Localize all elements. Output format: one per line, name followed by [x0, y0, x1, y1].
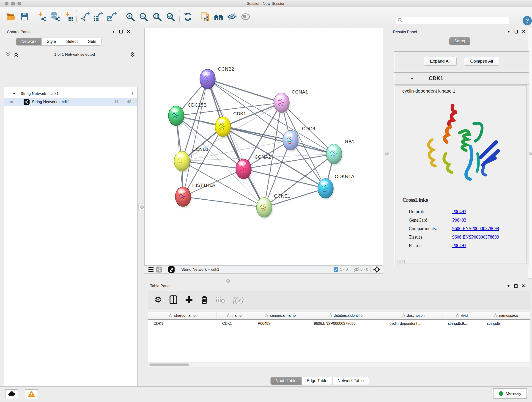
crosslink-link[interactable]: P06493 [452, 243, 466, 248]
cell-canonical-name[interactable]: P06493 [252, 322, 308, 326]
crosslink-link[interactable]: 9606.ENSP00000378699 [452, 235, 499, 240]
export-network-button[interactable] [80, 12, 91, 22]
tab-style[interactable]: Style [42, 38, 61, 45]
share-view-icon[interactable] [155, 266, 163, 273]
node-CDKN1A[interactable]: CDKN1A [318, 174, 354, 200]
export-table-button[interactable] [94, 12, 104, 22]
tab-network-table[interactable]: Network Table [333, 377, 369, 385]
help-button[interactable]: ? [523, 16, 532, 25]
function-builder-icon[interactable]: f(x) [233, 295, 244, 304]
network-graph[interactable]: CCNB2 CCNA1 CDC25B [145, 28, 383, 265]
collapse-all-button[interactable]: Collapse All [464, 57, 499, 65]
float-panel-icon[interactable]: ▼ [112, 30, 115, 33]
zoom-selected-button[interactable] [165, 12, 176, 22]
edge-CDKN1A-CCNE1[interactable] [264, 188, 326, 207]
column-header-shared-name[interactable]: shared name [148, 312, 217, 319]
memory-button[interactable]: Memory [493, 388, 527, 399]
show-all-button[interactable] [240, 12, 251, 22]
add-column-icon[interactable] [185, 296, 193, 304]
node-RB1[interactable]: RB1 [326, 139, 355, 165]
node-CCNE1[interactable]: CCNE1 [256, 193, 290, 219]
node-CCNA1[interactable]: CCNA1 [274, 89, 308, 114]
node-HIST1H1A[interactable]: HIST1H1A [175, 182, 215, 208]
crosslink-link[interactable]: 9606.ENSP00000378699 [452, 226, 499, 231]
refresh-layout-button[interactable] [183, 12, 193, 22]
close-panel-icon[interactable]: ✕ [522, 284, 525, 288]
column-header-database-identifier[interactable]: database identifier [308, 312, 384, 319]
delete-column-icon[interactable] [201, 295, 208, 304]
network-collection-row[interactable]: ▼ String Network – cdk1 1 [4, 89, 137, 98]
collapse-all-icon[interactable] [5, 52, 11, 57]
zoom-in-button[interactable] [125, 12, 135, 22]
column-header-name[interactable]: name [217, 312, 252, 319]
cloud-button[interactable] [5, 389, 18, 399]
open-session-button[interactable] [6, 12, 16, 22]
cell-namespace[interactable]: stringdb [481, 322, 530, 326]
close-panel-icon[interactable]: ✕ [127, 29, 130, 34]
import-database-button[interactable] [50, 12, 60, 22]
tab-sets[interactable]: Sets [83, 38, 101, 45]
right-splitter-handle[interactable] [385, 152, 389, 155]
float-panel-icon[interactable]: ▼ [507, 284, 510, 288]
gear-icon[interactable]: ⚙ [130, 51, 135, 58]
cell-shared-name[interactable]: CDK1 [148, 322, 217, 326]
expand-all-icon[interactable] [13, 52, 19, 57]
hide-selected-button[interactable] [227, 12, 237, 22]
crosslink-link[interactable]: P06493 [452, 209, 466, 214]
edge-CCNB2-RB1[interactable] [208, 79, 334, 154]
table-row[interactable]: CDK1CDK1P064939606.ENSP00000378699cyclin… [148, 320, 530, 327]
selected-checkbox-icon[interactable] [332, 266, 340, 273]
table-hscrollbar[interactable] [148, 363, 530, 367]
zoom-fit-button[interactable] [152, 12, 162, 22]
maximize-panel-icon[interactable] [514, 284, 518, 288]
tab-edge-table[interactable]: Edge Table [302, 377, 333, 385]
crosslink-link[interactable]: P06493 [452, 217, 466, 223]
cell-description[interactable]: cyclin-dependent ... [384, 322, 443, 326]
column-header-canonical-name[interactable]: canonical name [252, 312, 308, 319]
warning-button[interactable] [25, 389, 38, 399]
edge-HIST1H1A-CCNE1[interactable] [183, 197, 264, 207]
table-hscrollbar-thumb[interactable] [149, 364, 189, 366]
import-network-button[interactable] [37, 12, 47, 22]
column-header-@id[interactable]: @id [443, 312, 481, 319]
maximize-panel-icon[interactable] [515, 30, 518, 33]
column-header-description[interactable]: description [384, 312, 443, 319]
collapse-triangle-icon[interactable]: ▼ [13, 92, 16, 96]
search-input[interactable] [402, 18, 509, 23]
delete-table-icon[interactable] [216, 297, 225, 303]
crosshair-icon[interactable] [373, 266, 381, 273]
edge-CCNB1-CCNA2[interactable] [182, 161, 244, 169]
close-panel-icon[interactable]: ✕ [522, 29, 526, 34]
tab-string[interactable]: String [449, 37, 470, 45]
split-columns-icon[interactable] [170, 295, 177, 304]
expand-all-button[interactable]: Expand All [424, 57, 457, 65]
export-image-button[interactable] [107, 12, 117, 22]
collapse-entry-icon[interactable]: ▼ [410, 77, 414, 80]
network-canvas[interactable]: CCNB2 CCNA1 CDC25B [144, 28, 383, 265]
tab-node-table[interactable]: Node Table [271, 377, 302, 385]
column-header-namespace[interactable]: namespace [481, 312, 530, 319]
import-table-button[interactable] [64, 12, 74, 22]
edge-CCNB2-CCNA1[interactable] [208, 79, 282, 103]
maximize-panel-icon[interactable] [119, 30, 123, 33]
edge-CCNB2-CCNE1[interactable] [208, 79, 264, 207]
network-edges[interactable] [176, 79, 334, 207]
grid-view-icon[interactable] [147, 266, 155, 273]
cell-database-identifier[interactable]: 9606.ENSP00000378699 [308, 322, 384, 326]
zoom-out-button[interactable] [138, 12, 149, 22]
tab-select[interactable]: Select [61, 38, 83, 45]
cell-name[interactable]: CDK1 [217, 322, 252, 326]
entry-scrollbar-corner[interactable] [397, 260, 405, 263]
node-CCNB2[interactable]: CCNB2 [200, 66, 234, 90]
search-box[interactable] [396, 17, 509, 24]
open-in-window-icon[interactable] [167, 266, 175, 273]
hidden-eye-icon[interactable] [353, 266, 360, 273]
horizontal-splitter-handle[interactable] [226, 279, 230, 283]
network-row-selected[interactable]: String Network – cdk1 11 48 [4, 98, 137, 106]
home-view-button[interactable] [213, 12, 224, 22]
cell-@id[interactable]: stringdb:9... [443, 322, 481, 326]
clone-network-button[interactable] [200, 12, 210, 22]
node-CDK1[interactable]: CDK1 [215, 111, 246, 138]
save-session-button[interactable] [19, 12, 30, 22]
float-panel-icon[interactable]: ▼ [507, 30, 510, 33]
